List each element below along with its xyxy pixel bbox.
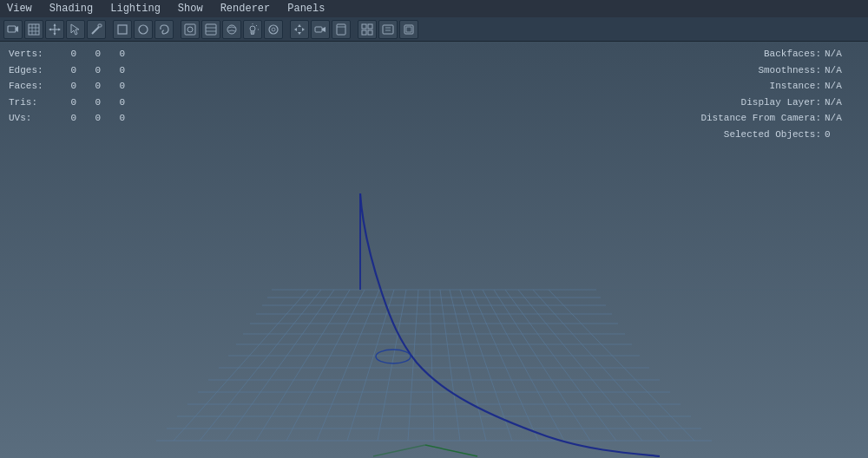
stat-distcamera-label: Distance From Camera: [682,111,821,126]
svg-rect-43 [368,30,372,35]
stats-left: Verts: 0 0 0 Edges: 0 0 0 Faces: 0 0 0 T… [9,47,125,128]
stat-distcamera-value: N/A [825,111,859,126]
svg-marker-11 [49,28,51,30]
toolbar-btn-lasso[interactable] [155,20,174,39]
toolbar [0,17,868,42]
stat-verts-row: Verts: 0 0 0 [9,47,125,62]
toolbar-btn-pan[interactable] [290,20,309,39]
svg-rect-47 [404,25,413,34]
stat-faces-label: Faces: [9,79,52,94]
menu-show[interactable]: Show [174,3,207,15]
svg-rect-20 [206,24,216,35]
menu-view[interactable]: View [3,3,36,15]
toolbar-btn-select[interactable] [66,20,85,39]
svg-rect-36 [315,27,322,32]
toolbar-btn-isolate[interactable] [399,20,418,39]
svg-marker-32 [298,24,301,27]
stat-displaylayer-value: N/A [825,95,859,110]
svg-marker-35 [302,28,305,31]
svg-marker-10 [54,33,56,36]
svg-point-19 [187,27,193,32]
svg-rect-18 [185,24,195,35]
stat-instance-row: Instance: N/A [682,79,859,94]
svg-marker-9 [54,23,56,26]
stat-tris-label: Tris: [9,95,52,110]
svg-rect-40 [362,24,366,29]
toolbar-btn-move[interactable] [45,20,64,39]
viewport[interactable]: Verts: 0 0 0 Edges: 0 0 0 Faces: 0 0 0 T… [0,42,868,458]
stat-smoothness-value: N/A [825,63,859,78]
menu-panels[interactable]: Panels [284,3,328,15]
stat-selected-value: 0 [825,128,859,142]
svg-rect-42 [362,30,366,35]
stat-backfaces-label: Backfaces: [682,47,821,62]
toolbar-btn-render[interactable] [181,20,200,39]
stat-uvs-row: UVs: 0 0 0 [9,111,125,126]
svg-rect-15 [98,24,102,27]
stat-verts-v3: 0 [104,47,125,62]
svg-rect-44 [383,25,393,34]
svg-point-17 [139,25,148,34]
stat-faces-v1: 0 [56,79,76,94]
stat-tris-row: Tris: 0 0 0 [9,95,125,110]
svg-rect-29 [252,33,254,35]
svg-rect-48 [406,27,411,32]
stat-uvs-label: UVs: [9,111,52,126]
stat-edges-row: Edges: 0 0 0 [9,63,125,78]
stat-uvs-v3: 0 [104,111,125,126]
svg-rect-38 [337,24,345,35]
menu-renderer[interactable]: Renderer [217,3,274,15]
svg-rect-41 [368,24,372,29]
stat-displaylayer-row: Display Layer: N/A [682,95,859,110]
svg-point-23 [227,25,236,34]
stat-verts-v2: 0 [80,47,101,62]
svg-line-26 [256,25,257,26]
stat-edges-v3: 0 [104,63,125,78]
toolbar-btn-zoom[interactable] [311,20,330,39]
stat-backfaces-value: N/A [825,47,859,62]
stat-uvs-v2: 0 [80,111,101,126]
stat-smoothness-label: Smoothness: [682,63,821,78]
svg-marker-13 [71,24,79,35]
menu-lighting[interactable]: Lighting [107,3,164,15]
menu-shading[interactable]: Shading [46,3,96,15]
svg-line-14 [92,27,99,34]
stat-edges-v1: 0 [56,63,76,78]
stat-selected-row: Selected Objects: 0 [682,128,859,142]
stat-faces-v3: 0 [104,79,125,94]
stat-distcamera-row: Distance From Camera: N/A [682,111,859,126]
toolbar-btn-circle[interactable] [134,20,153,39]
stat-tris-v1: 0 [56,95,76,110]
toolbar-btn-orbit[interactable] [332,20,351,39]
toolbar-btn-light[interactable] [243,20,262,39]
svg-rect-2 [29,24,39,35]
stats-right: Backfaces: N/A Smoothness: N/A Instance:… [682,47,859,143]
svg-marker-33 [298,32,301,35]
toolbar-btn-snap[interactable] [358,20,377,39]
svg-point-31 [272,28,275,31]
stat-backfaces-row: Backfaces: N/A [682,47,859,62]
stat-verts-label: Verts: [9,47,52,62]
stat-displaylayer-label: Display Layer: [682,95,821,110]
svg-point-30 [269,25,278,34]
stat-uvs-v1: 0 [56,111,76,126]
stat-faces-row: Faces: 0 0 0 [9,79,125,94]
toolbar-btn-paint[interactable] [87,20,106,39]
toolbar-btn-history[interactable] [378,20,398,39]
toolbar-btn-cam[interactable] [3,20,23,39]
stat-faces-v2: 0 [80,79,101,94]
stat-edges-label: Edges: [9,63,52,78]
svg-rect-16 [118,25,127,34]
svg-point-24 [250,26,255,31]
svg-marker-12 [58,28,61,30]
stat-edges-v2: 0 [80,63,101,78]
stat-verts-v1: 0 [56,47,76,62]
svg-rect-0 [8,26,16,32]
toolbar-btn-box[interactable] [113,20,132,39]
toolbar-btn-grid[interactable] [24,20,43,39]
stat-tris-v2: 0 [80,95,101,110]
toolbar-btn-texture[interactable] [201,20,220,39]
toolbar-btn-curve[interactable] [264,20,283,39]
toolbar-btn-shader[interactable] [222,20,241,39]
stat-smoothness-row: Smoothness: N/A [682,63,859,78]
